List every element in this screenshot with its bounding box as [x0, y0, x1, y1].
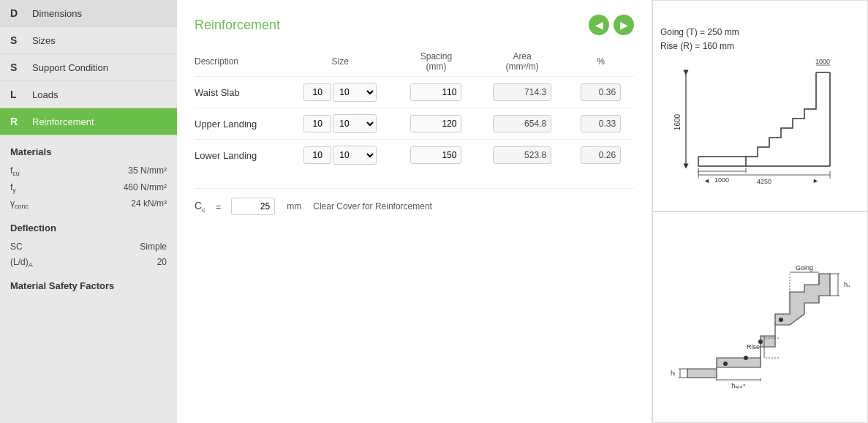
svg-text:1000: 1000	[714, 176, 728, 184]
sidebar-label-reinforcement: Reinforcement	[32, 116, 94, 127]
sidebar-item-sizes[interactable]: S Sizes	[0, 27, 177, 54]
yconc-row: γconc 24 kN/m³	[10, 196, 167, 213]
fy-row: fy 460 N/mm²	[10, 180, 167, 197]
size-input-lower[interactable]	[303, 146, 331, 164]
col-header-description: Description	[195, 47, 284, 77]
row-spacing-upper[interactable]	[396, 108, 477, 140]
svg-point-22	[744, 356, 748, 360]
size-select-waist[interactable]: 8 10 12 16 20 25	[333, 83, 377, 102]
deflection-title: Deflection	[10, 220, 167, 236]
svg-text:hₛₚₐⁿ: hₛₚₐⁿ	[731, 382, 745, 389]
prev-button[interactable]: ◀	[589, 15, 609, 35]
page-title: Reinforcement	[195, 18, 280, 33]
svg-text:1600: 1600	[673, 114, 682, 131]
row-pct-upper	[567, 108, 634, 140]
row-desc-lower: Lower Landing	[195, 140, 284, 171]
row-area-waist	[477, 77, 567, 108]
pct-input-lower	[581, 146, 621, 164]
cover-input[interactable]	[231, 198, 275, 215]
spacing-input-lower[interactable]	[410, 146, 461, 164]
sc-value: Simple	[140, 239, 167, 254]
svg-point-24	[779, 318, 783, 322]
stair-detail-svg: Going Rise hᵤ hₗ hₛₚₐⁿ	[673, 244, 848, 391]
spacing-input-waist[interactable]	[410, 83, 461, 101]
svg-text:4250: 4250	[756, 178, 771, 185]
sidebar-label-loads: Loads	[32, 89, 58, 100]
row-pct-waist	[567, 77, 634, 108]
spacing-input-upper[interactable]	[410, 115, 461, 132]
sidebar-label-support: Support Condition	[32, 62, 108, 73]
sidebar-letter-l: L	[10, 89, 26, 100]
row-spacing-lower[interactable]	[396, 140, 477, 171]
col-header-pct: %	[567, 47, 634, 77]
col-header-spacing: Spacing(mm)	[396, 47, 477, 77]
svg-point-21	[723, 362, 728, 366]
svg-marker-20	[687, 274, 830, 378]
sidebar-item-dimensions[interactable]: D Dimensions	[0, 0, 177, 27]
sidebar-label-dimensions: Dimensions	[32, 8, 82, 19]
sidebar: D Dimensions S Sizes S Support Condition…	[0, 0, 177, 423]
svg-text:Rise: Rise	[746, 343, 759, 351]
top-diagram: Going (T) = 250 mm Rise (R) = 160 mm 160…	[652, 0, 868, 212]
nav-arrows: ◀ ▶	[589, 15, 634, 35]
table-row: Upper Landing 8 10 12 16 20 25	[195, 108, 634, 140]
sc-label: SC	[10, 239, 23, 254]
cover-unit: mm	[287, 201, 301, 212]
size-select-lower[interactable]: 8 10 12 16 20 25	[333, 146, 377, 165]
svg-text:hₗ: hₗ	[670, 370, 675, 377]
row-desc-upper: Upper Landing	[195, 108, 284, 140]
fcu-row: fcu 35 N/mm²	[10, 163, 167, 180]
sidebar-label-sizes: Sizes	[32, 35, 56, 46]
ld-row: (L/d)A 20	[10, 255, 167, 272]
sidebar-letter-s2: S	[10, 61, 26, 73]
row-area-upper	[477, 108, 567, 140]
area-input-upper	[493, 115, 551, 132]
sidebar-info: Materials fcu 35 N/mm² fy 460 N/mm² γcon…	[0, 135, 177, 306]
row-size-upper[interactable]: 8 10 12 16 20 25	[284, 108, 396, 140]
materials-title: Materials	[10, 144, 167, 160]
ld-label: (L/d)A	[10, 255, 33, 272]
msf-title: Material Safety Factors	[10, 278, 167, 294]
row-area-lower	[477, 140, 567, 171]
table-row: Lower Landing 8 10 12 16 20 25	[195, 140, 634, 171]
fcu-value: 35 N/mm²	[128, 163, 167, 180]
cover-symbol: Cc	[195, 200, 205, 214]
fy-label: fy	[10, 180, 16, 197]
sidebar-item-reinforcement[interactable]: R Reinforcement	[0, 108, 177, 135]
ld-value: 20	[157, 255, 167, 272]
cover-row: Cc = mm Clear Cover for Reinforcement	[195, 188, 634, 215]
row-spacing-waist[interactable]	[396, 77, 477, 108]
main-content: Reinforcement ◀ ▶ Description Size Spaci…	[177, 0, 652, 423]
size-input-waist[interactable]	[303, 83, 331, 101]
row-size-waist[interactable]: 8 10 12 16 20 25	[284, 77, 396, 108]
yconc-value: 24 kN/m³	[131, 196, 167, 213]
going-info: Going (T) = 250 mm	[660, 26, 739, 40]
svg-text:hᵤ: hᵤ	[844, 281, 850, 288]
size-select-upper[interactable]: 8 10 12 16 20 25	[333, 114, 377, 133]
size-input-upper[interactable]	[303, 115, 331, 132]
row-size-lower[interactable]: 8 10 12 16 20 25	[284, 140, 396, 171]
table-row: Waist Slab 8 10 12 16 20 25	[195, 77, 634, 108]
col-header-size: Size	[284, 47, 396, 77]
area-input-waist	[493, 83, 551, 101]
cover-description: Clear Cover for Reinforcement	[313, 201, 432, 212]
svg-text:Going: Going	[795, 264, 812, 272]
fy-value: 460 N/mm²	[124, 180, 167, 197]
pct-input-waist	[581, 83, 621, 101]
sidebar-item-support[interactable]: S Support Condition	[0, 54, 177, 81]
bottom-diagram: Going Rise hᵤ hₗ hₛₚₐⁿ	[652, 212, 868, 423]
sidebar-letter-s1: S	[10, 34, 26, 46]
rise-info: Rise (R) = 160 mm	[660, 40, 739, 53]
sidebar-item-loads[interactable]: L Loads	[0, 81, 177, 108]
svg-text:◄: ◄	[703, 177, 710, 184]
yconc-label: γconc	[10, 196, 29, 213]
sidebar-letter-d: D	[10, 7, 26, 19]
next-button[interactable]: ▶	[614, 15, 634, 35]
row-desc-waist: Waist Slab	[195, 77, 284, 108]
svg-text:►: ►	[812, 177, 819, 184]
sc-row: SC Simple	[10, 239, 167, 254]
sidebar-letter-r: R	[10, 116, 26, 127]
col-header-area: Area(mm²/m)	[477, 47, 567, 77]
area-input-lower	[493, 146, 551, 164]
row-pct-lower	[567, 140, 634, 171]
